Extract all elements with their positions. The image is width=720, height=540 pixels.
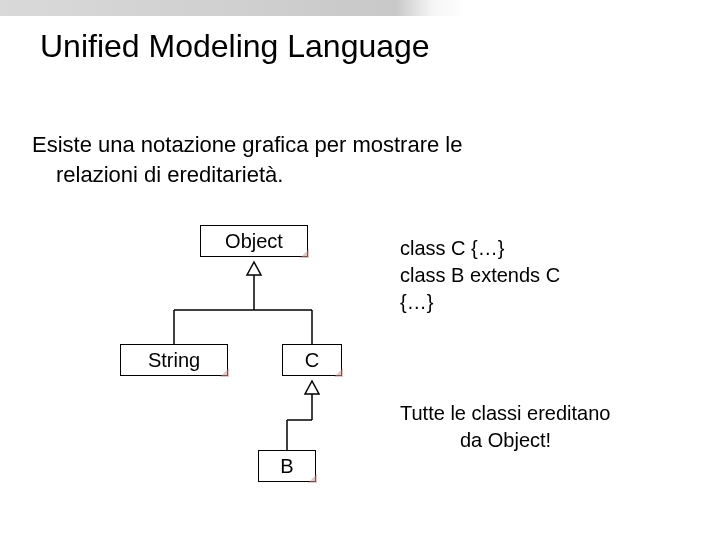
uml-connectors — [0, 0, 720, 540]
footnote-line-1: Tutte le classi ereditano — [400, 402, 610, 424]
uml-class-string: String — [120, 344, 228, 376]
corner-fold-icon — [220, 368, 229, 377]
footnote-line-2: da Object! — [400, 427, 700, 454]
footnote: Tutte le classi ereditano da Object! — [400, 400, 700, 454]
uml-class-c: C — [282, 344, 342, 376]
corner-fold-icon — [334, 368, 343, 377]
uml-class-object-label: Object — [225, 230, 283, 252]
code-line-1: class C {…} — [400, 235, 560, 262]
svg-marker-5 — [305, 381, 319, 394]
svg-marker-0 — [247, 262, 261, 275]
code-line-2: class B extends C — [400, 262, 560, 289]
uml-class-object: Object — [200, 225, 308, 257]
uml-class-b: B — [258, 450, 316, 482]
corner-fold-icon — [308, 474, 317, 483]
uml-diagram: Object String C B — [0, 0, 720, 540]
code-line-3: {…} — [400, 289, 560, 316]
uml-class-c-label: C — [305, 349, 319, 371]
code-snippet: class C {…} class B extends C {…} — [400, 235, 560, 316]
uml-class-b-label: B — [280, 455, 293, 477]
uml-class-string-label: String — [148, 349, 200, 371]
corner-fold-icon — [300, 249, 309, 258]
